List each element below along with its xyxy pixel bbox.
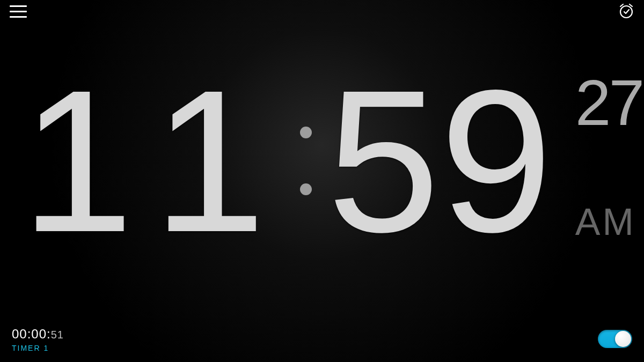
svg-point-0 xyxy=(620,6,632,18)
menu-icon[interactable] xyxy=(10,2,29,20)
alarm-icon[interactable] xyxy=(618,3,634,19)
clock-app: 11 59 27 AM 00:00:51 TIMER 1 xyxy=(0,0,644,362)
clock-hours: 11 xyxy=(2,60,285,262)
timer-label: TIMER 1 xyxy=(12,344,64,352)
timer-toggle[interactable] xyxy=(598,330,632,348)
clock-seconds: 27 xyxy=(575,70,642,135)
svg-line-2 xyxy=(630,4,632,6)
clock-ampm: AM xyxy=(575,203,642,241)
timer-value: 00:00:51 xyxy=(12,327,64,342)
clock-colon xyxy=(300,127,312,195)
clock-minutes: 59 xyxy=(327,60,552,262)
svg-line-1 xyxy=(620,4,623,6)
toggle-knob xyxy=(615,331,631,347)
timer-summary[interactable]: 00:00:51 TIMER 1 xyxy=(12,327,64,352)
clock-display: 11 59 27 AM xyxy=(0,60,644,262)
